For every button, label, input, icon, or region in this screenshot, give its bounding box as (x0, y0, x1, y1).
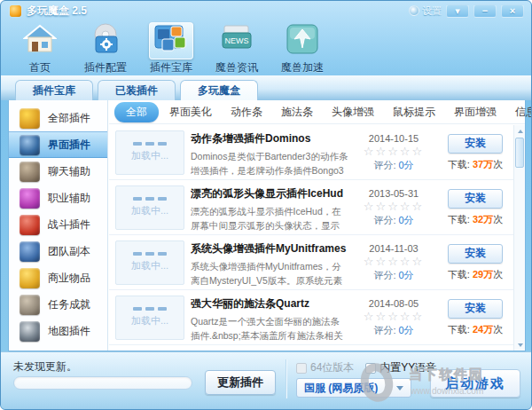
loading-dashes-icon (133, 197, 167, 201)
install-button[interactable]: 安装 (448, 299, 503, 319)
scrollbar-thumb[interactable] (515, 138, 524, 168)
checkbox-64bit[interactable]: 64位版本 (296, 360, 354, 375)
arrow-up-icon (518, 130, 523, 133)
tab-installed-plugins[interactable]: 已装插件 (98, 80, 176, 100)
filter-unitframe[interactable]: 头像增强 (324, 102, 382, 122)
server-select[interactable]: 国服 (网易原版) (296, 378, 411, 398)
plugin-title[interactable]: 强大华丽的施法条Quartz (191, 296, 348, 311)
loading-dashes-icon (133, 142, 167, 146)
combat-plugins-icon (20, 215, 40, 235)
checkbox-yy-voice[interactable]: 内置YY语音 (365, 360, 436, 375)
filter-ui-enhance[interactable]: 界面增强 (446, 102, 505, 122)
plugin-row[interactable]: 加载中... 系统头像增强插件MyUnitframes 系统头像增强插件MyUn… (109, 235, 513, 290)
sidebar-item-label: 聊天辅助 (48, 164, 90, 179)
toolbar-item-home[interactable]: 首页 (12, 22, 68, 75)
tab-duowan-box[interactable]: 多玩魔盒 (180, 80, 258, 100)
chat-assist-icon (20, 162, 40, 182)
close-button[interactable]: × (501, 4, 524, 18)
sidebar-item-combat-plugins[interactable]: 战斗插件 (9, 211, 107, 238)
plugin-date: 2014-11-03 (355, 243, 433, 254)
news-badge-text: NEWS (225, 36, 249, 45)
toolbar-label: 首页 (29, 60, 51, 75)
news-icon: NEWS (219, 23, 254, 59)
plugin-date: 2014-10-15 (355, 133, 433, 144)
loading-dashes-icon (133, 252, 167, 256)
app-window: 多玩魔盒 2.5 设置 ▾ − × 首页 (0, 0, 532, 410)
footer-bar: 未发现更新。 更新插件 64位版本 内置YY语音 国服 (网易原版) 启动游戏 … (1, 351, 531, 409)
rating-score: 评分: 0分 (355, 269, 433, 282)
install-button[interactable]: 安装 (448, 189, 503, 209)
sidebar-item-interface-plugins[interactable]: 界面插件 (9, 131, 107, 158)
interface-plugins-icon (20, 135, 40, 155)
filter-cast-bar[interactable]: 施法条 (273, 102, 321, 122)
download-count: 下载: 37万次 (448, 158, 503, 171)
install-button[interactable]: 安装 (448, 244, 503, 264)
rating-stars[interactable]: ☆☆☆☆☆ (355, 145, 433, 158)
toolbar-item-plugin-config[interactable]: 插件配置 (77, 22, 134, 75)
loading-label: 加载中... (131, 204, 168, 217)
checkbox-yy-voice-box[interactable] (365, 363, 376, 374)
sidebar-item-label: 任务成就 (48, 297, 90, 312)
raid-dungeon-icon (20, 241, 40, 262)
content-panel: 全部插件 界面插件 聊天辅助 职业辅助 战斗插件 团队副本 (8, 100, 526, 351)
toolbar-label: 魔兽加速 (281, 60, 324, 75)
launch-game-button[interactable]: 启动游戏 (430, 369, 520, 398)
toolbar-item-wow-speedup[interactable]: 魔兽加速 (274, 22, 331, 75)
sidebar-item-quest-achievement[interactable]: 任务成就 (9, 291, 107, 318)
sidebar-item-class-assist[interactable]: 职业辅助 (9, 185, 107, 211)
plugin-title[interactable]: 漂亮的弧形头像显示插件IceHud (191, 186, 348, 201)
settings-label: 设置 (422, 4, 442, 18)
rating-stars[interactable]: ☆☆☆☆☆ (355, 255, 433, 268)
plugin-row[interactable]: 加载中... 漂亮的弧形头像显示插件IceHud 漂亮的弧形战斗显示插件IceH… (109, 180, 513, 235)
tab-strip: 插件宝库 已装插件 多玩魔盒 (1, 75, 531, 100)
trade-goods-icon (20, 268, 40, 288)
rating-stars[interactable]: ☆☆☆☆☆ (355, 310, 433, 323)
minimize-button[interactable]: − (473, 4, 497, 18)
plugin-description: 系统头像增强插件MyUnitframes，分离自MysteryUI_V5版本。原… (191, 260, 348, 288)
filter-action-bar[interactable]: 动作条 (223, 102, 270, 122)
settings-button[interactable]: 设置 (409, 4, 442, 18)
sidebar-item-chat-assist[interactable]: 聊天辅助 (9, 158, 107, 185)
launch-options: 64位版本 内置YY语音 (296, 360, 436, 375)
sidebar-item-label: 全部插件 (48, 111, 90, 126)
app-logo-icon (10, 5, 21, 17)
plugin-row[interactable]: 加载中... 强大华丽的施法条Quartz Quartz是一个强大全面华丽的施法… (109, 290, 513, 345)
sidebar-item-label: 地图插件 (48, 324, 90, 339)
rating-stars[interactable]: ☆☆☆☆☆ (355, 200, 433, 213)
plugin-date: 2014-08-05 (355, 298, 433, 309)
loading-label: 加载中... (131, 259, 168, 272)
download-count: 下载: 32万次 (448, 213, 503, 226)
sidebar-item-raid-dungeon[interactable]: 团队副本 (9, 238, 107, 264)
minimize-icon: − (482, 6, 488, 16)
vertical-scrollbar[interactable] (513, 125, 525, 351)
tab-plugin-repo[interactable]: 插件宝库 (15, 80, 93, 100)
sidebar-item-map-plugins[interactable]: 地图插件 (9, 318, 107, 344)
plugin-repo-icon (153, 23, 189, 59)
sidebar-item-label: 战斗插件 (48, 217, 90, 233)
title-bar[interactable]: 多玩魔盒 2.5 设置 ▾ − × (1, 1, 531, 20)
sidebar-item-all-plugins[interactable]: 全部插件 (9, 105, 107, 131)
filter-tooltip[interactable]: 鼠标提示 (385, 102, 443, 122)
plugin-thumbnail-loading: 加载中... (115, 296, 184, 340)
filter-all[interactable]: 全部 (114, 102, 159, 122)
filter-info-bar[interactable]: 信息条 (507, 102, 532, 122)
category-sidebar: 全部插件 界面插件 聊天辅助 职业辅助 战斗插件 团队副本 (9, 100, 108, 351)
scroll-up-button[interactable] (514, 125, 526, 137)
sidebar-item-trade-goods[interactable]: 商业物品 (9, 264, 107, 291)
plugin-title[interactable]: 动作条增强插件Dominos (191, 131, 348, 146)
toolbar-item-plugin-repo[interactable]: 插件宝库 (143, 22, 200, 75)
toolbar-item-wow-news[interactable]: NEWS 魔兽资讯 (208, 22, 265, 75)
update-plugins-button[interactable]: 更新插件 (205, 370, 276, 395)
plugin-title[interactable]: 系统头像增强插件MyUnitframes (191, 241, 348, 256)
settings-icon (409, 5, 419, 16)
window-controls: 设置 ▾ − × (409, 4, 524, 18)
plugin-list: 加载中... 动作条增强插件Dominos Dominos是类似于Bartend… (109, 125, 513, 351)
checkbox-yy-voice-label: 内置YY语音 (379, 360, 436, 375)
collapse-button[interactable]: ▾ (446, 4, 469, 18)
plugin-row[interactable]: 加载中... 动作条增强插件Dominos Dominos是类似于Bartend… (109, 125, 513, 180)
scroll-down-button[interactable] (514, 339, 526, 351)
filter-ui-beautify[interactable]: 界面美化 (161, 102, 220, 122)
checkbox-64bit-box[interactable] (296, 363, 307, 374)
install-button[interactable]: 安装 (448, 134, 503, 154)
close-icon: × (510, 6, 515, 16)
